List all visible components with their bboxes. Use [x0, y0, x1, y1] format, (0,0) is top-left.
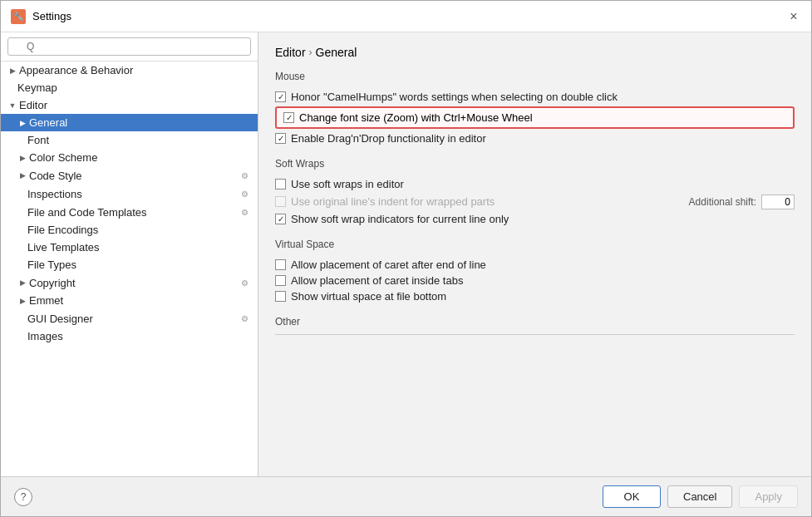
sidebar-item-appearance[interactable]: ▶ Appearance & Behavior [1, 62, 258, 79]
use-original-indent-text: Use original line's indent for wrapped p… [291, 195, 495, 208]
show-indicators-text: Show soft wrap indicators for current li… [291, 213, 509, 225]
mouse-section: Mouse Honor "CamelHumps" words settings … [275, 71, 795, 146]
show-indicators-option: Show soft wrap indicators for current li… [275, 211, 795, 227]
breadcrumb: Editor › General [275, 46, 795, 59]
sidebar-item-inspections[interactable]: Inspections ⚙ [1, 185, 258, 203]
settings-icon: ⚙ [238, 169, 251, 182]
camel-humps-text: Honor "CamelHumps" words settings when s… [291, 91, 618, 103]
sidebar-item-editor[interactable]: ▼ Editor [1, 96, 258, 114]
show-indicators-label[interactable]: Show soft wrap indicators for current li… [275, 213, 509, 225]
virtual-space-title: Virtual Space [275, 239, 795, 250]
sidebar-item-label: Editor [19, 99, 251, 111]
soft-wraps-section: Soft Wraps Use soft wraps in editor Use … [275, 158, 795, 227]
close-button[interactable]: × [786, 9, 801, 24]
camel-humps-checkbox[interactable] [275, 91, 286, 102]
use-soft-wraps-option: Use soft wraps in editor [275, 176, 795, 192]
sidebar-item-label: File Encodings [27, 224, 251, 236]
sidebar-item-label: General [29, 116, 251, 129]
show-indicators-checkbox[interactable] [275, 214, 286, 224]
sidebar-item-label: File and Code Templates [27, 206, 238, 219]
content-area: 🔍 ▶ Appearance & Behavior Keymap ▼ Edito… [1, 32, 811, 476]
sidebar-item-gui-designer[interactable]: GUI Designer ⚙ [1, 309, 258, 327]
breadcrumb-current: General [316, 46, 357, 59]
help-button[interactable]: ? [14, 488, 32, 506]
chevron-down-icon: ▼ [7, 101, 17, 111]
camel-humps-option: Honor "CamelHumps" words settings when s… [275, 89, 795, 105]
sidebar-item-label: Appearance & Behavior [19, 64, 251, 76]
camel-humps-label[interactable]: Honor "CamelHumps" words settings when s… [275, 91, 618, 103]
sidebar-item-label: Emmet [29, 294, 251, 307]
caret-end-of-line-text: Allow placement of caret after end of li… [291, 258, 486, 271]
sidebar-item-label: Live Templates [27, 241, 251, 254]
settings-icon: ⚙ [238, 205, 251, 219]
use-soft-wraps-label[interactable]: Use soft wraps in editor [275, 178, 404, 190]
settings-icon: ⚙ [238, 276, 251, 289]
caret-end-of-line-label[interactable]: Allow placement of caret after end of li… [275, 258, 486, 271]
caret-inside-tabs-text: Allow placement of caret inside tabs [291, 274, 463, 287]
sidebar-item-live-templates[interactable]: Live Templates [1, 239, 258, 256]
use-soft-wraps-text: Use soft wraps in editor [291, 178, 404, 190]
additional-shift-label: Additional shift: [689, 196, 756, 208]
use-original-indent-label: Use original line's indent for wrapped p… [275, 195, 495, 208]
search-box: 🔍 [1, 32, 258, 62]
cancel-button[interactable]: Cancel [667, 485, 732, 508]
caret-end-of-line-option: Allow placement of caret after end of li… [275, 257, 795, 273]
sidebar-item-label: Code Style [29, 170, 238, 182]
use-original-indent-checkbox[interactable] [275, 196, 286, 207]
bottom-left: ? [14, 488, 32, 506]
chevron-right-icon: ▶ [17, 153, 27, 163]
breadcrumb-separator: › [309, 47, 312, 58]
apply-button[interactable]: Apply [739, 485, 798, 508]
caret-inside-tabs-checkbox[interactable] [275, 275, 286, 286]
bottom-right: OK Cancel Apply [603, 485, 798, 508]
other-divider [275, 334, 795, 335]
ok-button[interactable]: OK [603, 485, 661, 508]
virtual-space-bottom-checkbox[interactable] [275, 291, 286, 302]
other-section: Other [275, 316, 795, 335]
sidebar-item-file-types[interactable]: File Types [1, 256, 258, 273]
sidebar-item-keymap[interactable]: Keymap [1, 79, 258, 96]
sidebar: 🔍 ▶ Appearance & Behavior Keymap ▼ Edito… [1, 32, 258, 476]
use-soft-wraps-checkbox[interactable] [275, 179, 286, 190]
zoom-font-highlight-box: Change font size (Zoom) with Ctrl+Mouse … [275, 106, 795, 129]
drag-drop-label[interactable]: Enable Drag'n'Drop functionality in edit… [275, 132, 486, 145]
sidebar-item-label: Inspections [27, 188, 238, 200]
chevron-right-icon: ▶ [17, 170, 27, 180]
caret-inside-tabs-label[interactable]: Allow placement of caret inside tabs [275, 274, 463, 287]
zoom-font-checkbox[interactable] [283, 112, 294, 123]
sidebar-item-font[interactable]: Font [1, 131, 258, 149]
soft-wraps-title: Soft Wraps [275, 158, 795, 170]
window-title: Settings [32, 10, 71, 22]
sidebar-item-general[interactable]: ▶ General [1, 114, 258, 131]
sidebar-item-code-style[interactable]: ▶ Code Style ⚙ [1, 166, 258, 185]
zoom-font-label: Change font size (Zoom) with Ctrl+Mouse … [299, 111, 533, 124]
additional-shift-input[interactable] [761, 194, 795, 209]
app-icon: 🔧 [11, 9, 26, 24]
sidebar-item-images[interactable]: Images [1, 327, 258, 345]
caret-end-of-line-checkbox[interactable] [275, 259, 286, 270]
drag-drop-checkbox[interactable] [275, 133, 286, 144]
bottom-bar: ? OK Cancel Apply [1, 476, 811, 516]
sidebar-item-emmet[interactable]: ▶ Emmet [1, 292, 258, 309]
settings-icon: ⚙ [238, 187, 251, 200]
use-original-indent-row: Use original line's indent for wrapped p… [275, 192, 795, 211]
title-bar: 🔧 Settings × [1, 1, 811, 32]
drag-drop-option: Enable Drag'n'Drop functionality in edit… [275, 130, 795, 146]
sidebar-item-file-encodings[interactable]: File Encodings [1, 221, 258, 239]
sidebar-item-color-scheme[interactable]: ▶ Color Scheme [1, 149, 258, 166]
chevron-right-icon: ▶ [7, 66, 17, 76]
search-input[interactable] [7, 37, 251, 56]
sidebar-item-label: Copyright [29, 277, 238, 289]
other-section-title: Other [275, 316, 795, 327]
sidebar-item-file-code-templates[interactable]: File and Code Templates ⚙ [1, 203, 258, 221]
chevron-right-icon: ▶ [17, 118, 27, 128]
virtual-space-bottom-label[interactable]: Show virtual space at file bottom [275, 290, 446, 303]
caret-inside-tabs-option: Allow placement of caret inside tabs [275, 273, 795, 288]
sidebar-item-label: Images [27, 330, 251, 342]
additional-shift-container: Additional shift: [689, 194, 795, 209]
sidebar-item-copyright[interactable]: ▶ Copyright ⚙ [1, 273, 258, 292]
virtual-space-section: Virtual Space Allow placement of caret a… [275, 239, 795, 304]
virtual-space-bottom-text: Show virtual space at file bottom [291, 290, 446, 303]
settings-window: 🔧 Settings × 🔍 ▶ Appearance & Behavior K… [0, 0, 812, 517]
sidebar-item-label: Keymap [17, 81, 251, 94]
